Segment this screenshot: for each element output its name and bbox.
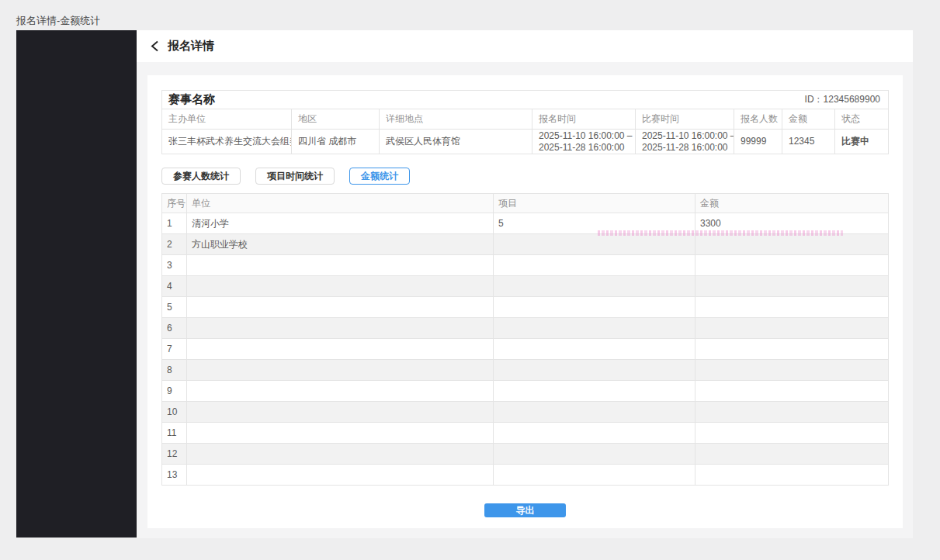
back-button[interactable]: 报名详情 bbox=[150, 39, 214, 54]
cell-amount bbox=[695, 444, 888, 465]
table-row: 1 清河小学 5 3300 bbox=[162, 213, 888, 234]
cell-amount bbox=[695, 318, 888, 339]
cell-amount bbox=[695, 360, 888, 381]
cell-project bbox=[494, 234, 695, 255]
cell-project bbox=[494, 297, 695, 318]
cell-project bbox=[494, 276, 695, 297]
col-header-unit: 单位 bbox=[187, 194, 494, 213]
event-col-signup-time: 报名时间 bbox=[532, 109, 636, 130]
cell-amount bbox=[695, 402, 888, 423]
table-row: 13 bbox=[162, 465, 888, 486]
content-card: 赛事名称 ID：12345689900 主办单位 地区 详细地点 报名时间 比赛… bbox=[147, 75, 903, 528]
back-title: 报名详情 bbox=[168, 39, 214, 54]
table-row: 8 bbox=[162, 360, 888, 381]
table-row: 6 bbox=[162, 318, 888, 339]
event-signup-time-line1: 2025-11-10 16:00:00 – bbox=[539, 130, 629, 142]
page-title: 报名详情-金额统计 bbox=[16, 14, 100, 28]
event-name-title: 赛事名称 bbox=[168, 92, 215, 107]
cell-project bbox=[494, 381, 695, 402]
cell-amount bbox=[695, 381, 888, 402]
cell-unit bbox=[187, 402, 494, 423]
cell-no: 5 bbox=[162, 297, 187, 318]
cell-no: 9 bbox=[162, 381, 187, 402]
top-header-bar: 报名详情 bbox=[137, 30, 913, 62]
table-row: 7 bbox=[162, 339, 888, 360]
table-body: 1 清河小学 5 3300 2 方山职业学校 3 4 5 6 7 8 bbox=[162, 213, 888, 486]
cell-unit bbox=[187, 297, 494, 318]
table-row: 11 bbox=[162, 423, 888, 444]
cell-unit bbox=[187, 423, 494, 444]
cell-no: 10 bbox=[162, 402, 187, 423]
event-match-time-line1: 2025-11-10 16:00:00 – bbox=[642, 130, 727, 142]
cell-amount bbox=[695, 234, 888, 255]
event-match-time: 2025-11-10 16:00:00 – 2025-11-28 16:00:0… bbox=[636, 130, 734, 154]
event-signup-time: 2025-11-10 16:00:00 – 2025-11-28 16:00:0… bbox=[532, 130, 636, 154]
event-id-label: ID： bbox=[805, 94, 824, 105]
cell-project bbox=[494, 360, 695, 381]
cell-unit bbox=[187, 276, 494, 297]
event-col-signup-count: 报名人数 bbox=[734, 109, 782, 130]
sidebar bbox=[16, 30, 137, 538]
table-row: 12 bbox=[162, 444, 888, 465]
col-header-project: 项目 bbox=[494, 194, 695, 213]
event-col-region: 地区 bbox=[292, 109, 380, 130]
cell-no: 4 bbox=[162, 276, 187, 297]
cell-no: 7 bbox=[162, 339, 187, 360]
event-match-time-line2: 2025-11-28 16:00:00 bbox=[642, 142, 727, 154]
cell-unit bbox=[187, 465, 494, 486]
tab-project-time-stats[interactable]: 项目时间统计 bbox=[255, 168, 335, 185]
cell-no: 3 bbox=[162, 255, 187, 276]
cell-project bbox=[494, 402, 695, 423]
event-id: ID：12345689900 bbox=[805, 93, 880, 106]
event-col-amount: 金额 bbox=[782, 109, 835, 130]
event-address: 武侯区人民体育馆 bbox=[380, 130, 532, 154]
event-col-match-time: 比赛时间 bbox=[636, 109, 734, 130]
cell-no: 2 bbox=[162, 234, 187, 255]
event-signup-time-line2: 2025-11-28 16:00:00 bbox=[539, 142, 629, 154]
cell-amount: 3300 bbox=[695, 213, 888, 234]
cell-unit bbox=[187, 444, 494, 465]
cell-project bbox=[494, 255, 695, 276]
tab-amount-stats[interactable]: 金额统计 bbox=[349, 168, 410, 185]
col-header-amount: 金额 bbox=[695, 194, 888, 213]
cell-unit: 方山职业学校 bbox=[187, 234, 494, 255]
table-row: 10 bbox=[162, 402, 888, 423]
event-amount: 12345 bbox=[782, 130, 835, 154]
cell-amount bbox=[695, 465, 888, 486]
table-row: 9 bbox=[162, 381, 888, 402]
cell-amount bbox=[695, 255, 888, 276]
event-status-badge: 比赛中 bbox=[835, 130, 888, 154]
stat-tabs: 参赛人数统计 项目时间统计 金额统计 bbox=[161, 168, 889, 185]
table-row: 3 bbox=[162, 255, 888, 276]
event-signup-count: 99999 bbox=[734, 130, 782, 154]
cell-unit bbox=[187, 360, 494, 381]
tab-participant-stats[interactable]: 参赛人数统计 bbox=[161, 168, 241, 185]
event-col-organizer: 主办单位 bbox=[162, 109, 292, 130]
main-area: 报名详情 赛事名称 ID：12345689900 主办单位 地区 详细地点 报名… bbox=[137, 30, 913, 538]
cell-project bbox=[494, 339, 695, 360]
cell-project: 5 bbox=[494, 213, 695, 234]
back-chevron-icon bbox=[150, 40, 160, 52]
table-row: 2 方山职业学校 bbox=[162, 234, 888, 255]
cell-no: 12 bbox=[162, 444, 187, 465]
event-info-table: 主办单位 地区 详细地点 报名时间 比赛时间 报名人数 金额 状态 张三丰杯武术… bbox=[162, 109, 888, 154]
export-button[interactable]: 导出 bbox=[484, 503, 566, 517]
event-col-address: 详细地点 bbox=[380, 109, 532, 130]
cell-project bbox=[494, 444, 695, 465]
cell-project bbox=[494, 465, 695, 486]
cell-unit bbox=[187, 381, 494, 402]
cell-no: 1 bbox=[162, 213, 187, 234]
cell-no: 11 bbox=[162, 423, 187, 444]
cell-project bbox=[494, 423, 695, 444]
cell-unit: 清河小学 bbox=[187, 213, 494, 234]
table-row: 4 bbox=[162, 276, 888, 297]
table-header-row: 序号 单位 项目 金额 bbox=[162, 194, 888, 213]
event-col-status: 状态 bbox=[835, 109, 888, 130]
cell-unit bbox=[187, 255, 494, 276]
cell-amount bbox=[695, 423, 888, 444]
cell-amount bbox=[695, 276, 888, 297]
event-id-value: 12345689900 bbox=[824, 94, 880, 105]
cell-unit bbox=[187, 318, 494, 339]
event-organizer: 张三丰杯武术养生交流大会组委会 bbox=[162, 130, 292, 154]
col-header-no: 序号 bbox=[162, 194, 187, 213]
